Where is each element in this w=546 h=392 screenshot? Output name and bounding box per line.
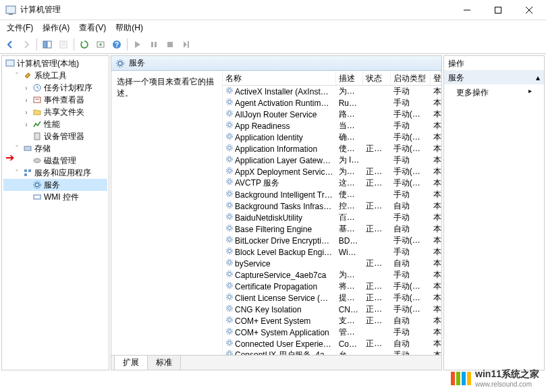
service-row[interactable]: Application Layer Gateway …为 In…手动本	[223, 155, 441, 166]
svg-point-61	[228, 250, 231, 253]
export-button[interactable]	[93, 37, 108, 52]
close-button[interactable]	[514, 0, 545, 20]
svg-point-33	[228, 89, 231, 92]
show-hide-tree-button[interactable]	[40, 37, 55, 52]
svg-point-75	[228, 330, 231, 333]
service-row[interactable]: Application Information使用…正在…手动(触发…本	[223, 143, 441, 155]
svg-point-44	[227, 145, 233, 151]
start-service-button[interactable]	[130, 37, 145, 52]
service-desc: 提供…	[336, 292, 364, 304]
tree-root[interactable]: 计算机管理(本地)	[3, 57, 107, 69]
gear-icon	[225, 235, 235, 244]
svg-point-57	[228, 227, 231, 230]
menu-help[interactable]: 帮助(H)	[111, 21, 147, 35]
col-logon[interactable]: 登	[431, 71, 441, 85]
tree-system-tools[interactable]: ˇ 系统工具	[3, 69, 107, 82]
gear-icon	[225, 109, 235, 117]
service-row[interactable]: COM+ System Application管理…手动本	[223, 327, 441, 338]
properties-button[interactable]	[56, 37, 71, 52]
service-name: Background Tasks Infrastru…	[235, 202, 336, 211]
tree-event-viewer[interactable]: › 事件查看器	[3, 94, 107, 106]
service-row[interactable]: COM+ Event System支持…正在…自动本	[223, 315, 441, 327]
service-row[interactable]: BaiduNetdiskUtility百度…手动本	[223, 212, 441, 223]
service-row[interactable]: AVCTP 服务这是…正在…手动(触发…本	[223, 177, 441, 189]
tree-services[interactable]: 服务	[3, 179, 107, 191]
svg-point-65	[228, 273, 231, 276]
col-desc[interactable]: 描述	[336, 71, 364, 85]
minimize-button[interactable]	[452, 0, 483, 20]
service-logon: 本	[431, 166, 441, 177]
gear-icon	[225, 349, 235, 355]
service-row[interactable]: CaptureService_4aeb7ca为调…手动本	[223, 269, 441, 281]
service-name: Background Intelligent Tra…	[235, 190, 336, 200]
help-button[interactable]: ?	[109, 37, 124, 52]
service-row[interactable]: AllJoyn Router Service路由…手动(触发…本	[223, 109, 441, 120]
service-name: App Readiness	[235, 121, 290, 131]
expander-icon[interactable]: ›	[22, 96, 30, 104]
tree-storage[interactable]: ˇ 存储	[3, 142, 107, 155]
service-row[interactable]: BitLocker Drive Encryption …BDE…手动(触发…本	[223, 235, 441, 246]
menu-view[interactable]: 查看(V)	[75, 21, 110, 35]
tree-services-apps[interactable]: ˇ 服务和应用程序	[3, 167, 107, 179]
service-row[interactable]: ActiveX Installer (AxInstSV)为从…手动本	[223, 86, 441, 97]
collapse-icon[interactable]: ▴	[536, 73, 540, 82]
service-row[interactable]: AppX Deployment Service (…为部…正在…手动(触发…本	[223, 166, 441, 177]
tree-shared-folders[interactable]: › 共享文件夹	[3, 106, 107, 118]
more-actions[interactable]: 更多操作 ▸	[444, 84, 544, 101]
folder-icon	[32, 107, 43, 117]
service-row[interactable]: Background Tasks Infrastru…控制…正在…自动本	[223, 200, 441, 212]
expander-icon[interactable]: ˇ	[13, 72, 21, 80]
service-startup: 手动	[391, 86, 431, 97]
menu-action[interactable]: 操作(A)	[38, 21, 74, 35]
service-row[interactable]: Client License Service (Clip…提供…正在…手动(触发…	[223, 292, 441, 304]
stop-service-button[interactable]	[163, 37, 178, 52]
service-row[interactable]: Background Intelligent Tra…使用…手动本	[223, 189, 441, 200]
pause-service-button[interactable]	[146, 37, 161, 52]
col-status[interactable]: 状态	[363, 71, 391, 85]
maximize-button[interactable]	[483, 0, 514, 20]
service-desc: 控制…	[336, 200, 364, 212]
service-name: Client License Service (Clip…	[235, 293, 336, 303]
service-row[interactable]: Block Level Backup Engine …Win…手动本	[223, 246, 441, 258]
service-logon: 本	[431, 315, 441, 327]
tree-device-manager[interactable]: 设备管理器	[3, 130, 107, 142]
service-row[interactable]: App Readiness当用…手动本	[223, 120, 441, 132]
service-row[interactable]: Certificate Propagation将用…正在…手动(触发…本	[223, 281, 441, 292]
tab-extended[interactable]: 扩展	[114, 355, 148, 370]
service-row[interactable]: byService正在…自动本	[223, 258, 441, 269]
forward-button[interactable]	[19, 37, 34, 52]
service-row[interactable]: Application Identity确定…手动(触发…本	[223, 132, 441, 143]
tree-performance[interactable]: › 性能	[3, 118, 107, 130]
restart-service-button[interactable]	[179, 37, 194, 52]
service-row[interactable]: Base Filtering Engine基本…正在…自动本	[223, 223, 441, 235]
service-row[interactable]: Connected User Experienc…Con…正在…自动本	[223, 338, 441, 349]
expander-icon[interactable]: ›	[22, 121, 30, 128]
gear-icon	[225, 190, 235, 198]
gear-icon	[225, 327, 235, 335]
service-logon: 本	[431, 86, 441, 97]
menu-file[interactable]: 文件(F)	[3, 21, 37, 35]
services-list[interactable]: 名称 描述 状态 启动类型 登 ActiveX Installer (AxIns…	[223, 71, 441, 355]
service-row[interactable]: ConsentUX 用户服务_4aeb…允许…手动本	[223, 349, 441, 355]
tree-disk-management[interactable]: 磁盘管理	[3, 155, 107, 167]
expander-icon[interactable]: ›	[22, 109, 30, 116]
watermark: win11系统之家 www.relsound.com	[451, 368, 539, 388]
gear-icon	[225, 177, 235, 186]
app-icon	[5, 5, 16, 16]
col-name[interactable]: 名称	[223, 71, 336, 85]
service-logon: 本	[431, 155, 441, 166]
svg-point-74	[227, 317, 233, 323]
services-panel: 服务 选择一个项目来查看它的描述。 名称 描述 状态 启动类型 登 Active…	[111, 55, 442, 370]
tree-wmi[interactable]: WMI 控件	[3, 191, 107, 203]
expander-icon[interactable]: ›	[22, 84, 30, 92]
service-row[interactable]: Agent Activation Runtime …Runt…手动本	[223, 97, 441, 109]
refresh-button[interactable]	[77, 37, 92, 52]
actions-section-label: 服务	[448, 72, 464, 84]
service-row[interactable]: CNG Key IsolationCNG…正在…手动(触发…本	[223, 304, 441, 315]
col-startup[interactable]: 启动类型	[391, 71, 431, 85]
svg-point-70	[227, 294, 233, 300]
tree-task-scheduler[interactable]: › 任务计划程序	[3, 82, 107, 94]
back-button[interactable]	[3, 37, 18, 52]
tab-standard[interactable]: 标准	[147, 355, 181, 370]
expander-icon[interactable]: ˇ	[13, 169, 21, 177]
